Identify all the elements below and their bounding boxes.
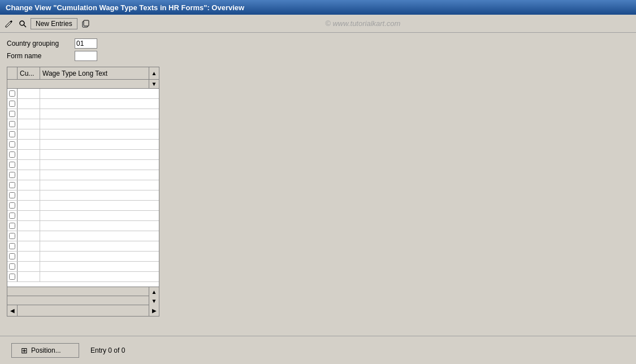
row-checkbox-18[interactable] bbox=[7, 262, 18, 271]
wage-type-col-header: Wage Type Long Text bbox=[40, 67, 149, 79]
row-checkbox-16[interactable] bbox=[7, 241, 18, 251]
cell-cu-2 bbox=[18, 99, 40, 109]
position-button[interactable]: ⊞ Position... bbox=[11, 343, 79, 358]
table-row bbox=[7, 129, 159, 140]
cell-wt-12 bbox=[40, 201, 159, 210]
position-icon: ⊞ bbox=[21, 346, 28, 355]
cell-wt-3 bbox=[40, 109, 159, 119]
cell-wt-13 bbox=[40, 211, 159, 220]
cell-cu-10 bbox=[18, 180, 40, 190]
table-row bbox=[7, 190, 159, 201]
copy-icon[interactable] bbox=[80, 18, 91, 29]
cell-cu-6 bbox=[18, 140, 40, 149]
cell-wt-15 bbox=[40, 231, 159, 241]
scroll-up-bottom-button[interactable]: ▲ bbox=[149, 287, 159, 296]
table-row bbox=[7, 119, 159, 129]
table-header: Cu... Wage Type Long Text ▲ bbox=[7, 67, 159, 80]
table-row bbox=[7, 140, 159, 150]
cell-wt-16 bbox=[40, 241, 159, 251]
entry-info: Entry 0 of 0 bbox=[90, 346, 125, 354]
data-table: Cu... Wage Type Long Text ▲ ▼ bbox=[7, 67, 159, 317]
main-content: Country grouping Form name Cu... Wage Ty… bbox=[0, 33, 636, 336]
cell-cu-5 bbox=[18, 129, 40, 139]
cell-cu-11 bbox=[18, 190, 40, 200]
cell-cu-14 bbox=[18, 221, 40, 231]
cell-wt-2 bbox=[40, 99, 159, 109]
table-body bbox=[7, 89, 159, 287]
svg-point-0 bbox=[20, 21, 24, 25]
row-checkbox-12[interactable] bbox=[7, 201, 18, 210]
svg-line-1 bbox=[24, 25, 26, 27]
cu-col-header: Cu... bbox=[18, 67, 40, 79]
watermark: © www.tutorialkart.com bbox=[93, 19, 633, 28]
row-checkbox-4[interactable] bbox=[7, 119, 18, 129]
search-icon[interactable] bbox=[17, 18, 28, 29]
row-checkbox-15[interactable] bbox=[7, 231, 18, 241]
edit-icon[interactable] bbox=[3, 18, 15, 29]
title-text: Change View "Cumulation Wage Type Texts … bbox=[6, 3, 244, 12]
cell-cu-16 bbox=[18, 241, 40, 251]
country-grouping-input[interactable] bbox=[75, 38, 97, 49]
scroll-down-button[interactable]: ▼ bbox=[149, 80, 159, 88]
row-checkbox-13[interactable] bbox=[7, 211, 18, 220]
cell-wt-11 bbox=[40, 190, 159, 200]
row-checkbox-19[interactable] bbox=[7, 272, 18, 281]
cell-wt-19 bbox=[40, 272, 159, 281]
cell-cu-1 bbox=[18, 89, 40, 98]
table-row bbox=[7, 99, 159, 109]
cell-cu-13 bbox=[18, 211, 40, 220]
scroll-down-bottom-button[interactable]: ▼ bbox=[149, 296, 159, 305]
row-checkbox-14[interactable] bbox=[7, 221, 18, 231]
cell-cu-8 bbox=[18, 160, 40, 170]
position-button-label: Position... bbox=[31, 346, 61, 354]
cell-cu-4 bbox=[18, 119, 40, 129]
row-checkbox-1[interactable] bbox=[7, 89, 18, 98]
cell-wt-10 bbox=[40, 180, 159, 190]
row-checkbox-10[interactable] bbox=[7, 180, 18, 190]
table-row bbox=[7, 180, 159, 190]
cell-cu-17 bbox=[18, 252, 40, 261]
h-scroll-left-button[interactable]: ◀ bbox=[7, 305, 18, 316]
country-grouping-row: Country grouping bbox=[7, 38, 629, 49]
table-row bbox=[7, 160, 159, 170]
cell-wt-14 bbox=[40, 221, 159, 231]
row-checkbox-17[interactable] bbox=[7, 252, 18, 261]
h-scroll-right-button[interactable]: ▶ bbox=[149, 305, 159, 316]
row-checkbox-11[interactable] bbox=[7, 190, 18, 200]
cell-wt-4 bbox=[40, 119, 159, 129]
table-row bbox=[7, 201, 159, 211]
row-checkbox-9[interactable] bbox=[7, 170, 18, 180]
row-checkbox-7[interactable] bbox=[7, 150, 18, 159]
scroll-up-button[interactable]: ▲ bbox=[149, 67, 159, 79]
cell-wt-9 bbox=[40, 170, 159, 180]
table-row bbox=[7, 252, 159, 262]
cell-wt-5 bbox=[40, 129, 159, 139]
new-entries-button[interactable]: New Entries bbox=[31, 18, 77, 29]
cell-cu-15 bbox=[18, 231, 40, 241]
table-row bbox=[7, 272, 159, 282]
table-row bbox=[7, 262, 159, 272]
row-checkbox-8[interactable] bbox=[7, 160, 18, 170]
table-row bbox=[7, 241, 159, 252]
row-checkbox-5[interactable] bbox=[7, 129, 18, 139]
checkbox-col-header bbox=[7, 67, 18, 79]
table-row bbox=[7, 211, 159, 221]
table-row bbox=[7, 109, 159, 119]
row-checkbox-3[interactable] bbox=[7, 109, 18, 119]
h-scroll-track bbox=[18, 305, 149, 316]
row-checkbox-2[interactable] bbox=[7, 99, 18, 109]
cell-cu-9 bbox=[18, 170, 40, 180]
row-checkbox-6[interactable] bbox=[7, 140, 18, 149]
cell-wt-18 bbox=[40, 262, 159, 271]
table-row bbox=[7, 231, 159, 241]
cell-cu-18 bbox=[18, 262, 40, 271]
form-name-row: Form name bbox=[7, 51, 629, 61]
form-name-input[interactable] bbox=[75, 51, 97, 61]
cell-cu-12 bbox=[18, 201, 40, 210]
table-row bbox=[7, 170, 159, 180]
filter-section: Country grouping Form name bbox=[7, 38, 629, 61]
country-grouping-label: Country grouping bbox=[7, 40, 75, 47]
table-footer: ◀ ▶ bbox=[7, 305, 159, 316]
new-entries-label: New Entries bbox=[36, 20, 72, 28]
table-row bbox=[7, 89, 159, 99]
